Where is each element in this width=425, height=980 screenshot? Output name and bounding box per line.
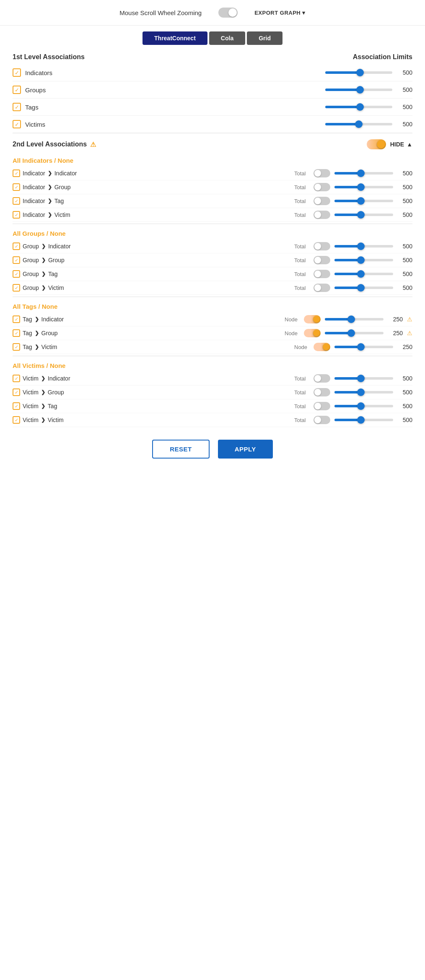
chevron-right-icon10: ❯ [35,330,39,336]
indicators-label: Indicators [25,69,52,76]
scroll-zoom-toggle[interactable] [218,8,238,18]
toggle-tag-group[interactable] [304,329,321,337]
first-level-item-indicators: ✓ Indicators 500 [13,64,412,81]
slider-victim-indicator[interactable] [334,377,393,380]
slider-group-victim[interactable] [334,287,393,289]
sub-group-groups-title[interactable]: All Groups / None [13,230,66,237]
checkbox-indicator-group[interactable]: ✓ [13,183,20,191]
reset-button[interactable]: RESET [152,440,210,459]
checkbox-indicator-victim[interactable]: ✓ [13,211,20,219]
victims-label: Victims [25,121,45,128]
toggle-victim-victim[interactable] [314,416,330,424]
second-level-toggle[interactable] [367,139,386,149]
first-level-header: 1st Level Associations Association Limit… [13,53,412,61]
toggle-victim-group[interactable] [314,388,330,396]
row-tag-victim: ✓ Tag ❯ Victim Node 250 [13,340,412,354]
row-group-victim: ✓ Group ❯ Victim Total 500 [13,281,412,295]
tab-cola[interactable]: Cola [209,31,245,45]
sub-group-groups: All Groups / None ✓ Group ❯ Indicator To… [13,226,412,295]
tab-grid[interactable]: Grid [247,31,282,45]
checkbox-indicator-tag[interactable]: ✓ [13,197,20,205]
hide-button[interactable]: HIDE ▲ [390,141,412,148]
checkbox-group-victim[interactable]: ✓ [13,284,20,292]
second-level-title: 2nd Level Associations [13,141,87,148]
sub-group-tags: All Tags / None ✓ Tag ❯ Indicator Node 2… [13,299,412,354]
slider-tag-group[interactable] [325,332,384,334]
checkbox-groups[interactable]: ✓ [13,86,21,94]
toggle-group-group[interactable] [314,256,330,264]
victims-slider[interactable] [325,123,392,125]
warning-tag-indicator: ⚠ [407,316,412,323]
slider-group-group[interactable] [334,259,393,261]
toggle-indicator-tag[interactable] [314,197,330,205]
scroll-zoom-label: Mouse Scroll Wheel Zooming [119,9,202,16]
chevron-right-icon15: ❯ [41,417,45,423]
slider-tag-indicator[interactable] [325,318,384,321]
slider-victim-group[interactable] [334,391,393,394]
association-limits-title: Association Limits [353,53,412,61]
checkbox-victim-indicator[interactable]: ✓ [13,375,20,382]
toggle-indicator-indicator[interactable] [314,169,330,177]
warning-icon: ⚠ [90,141,96,149]
chevron-right-icon7: ❯ [41,271,46,277]
tab-row: ThreatConnect Cola Grid [0,26,425,49]
checkbox-victim-victim[interactable]: ✓ [13,416,20,424]
toggle-indicator-group[interactable] [314,183,330,191]
chevron-right-icon9: ❯ [35,316,39,322]
checkbox-tags[interactable]: ✓ [13,103,21,111]
row-indicator-indicator: ✓ Indicator ❯ Indicator Total 500 [13,167,412,180]
checkbox-tag-victim[interactable]: ✓ [13,343,20,351]
slider-victim-tag[interactable] [334,405,393,407]
chevron-right-icon3: ❯ [48,198,52,204]
apply-button[interactable]: APPLY [218,440,273,459]
sub-group-victims-title[interactable]: All Victims / None [13,362,65,369]
toggle-group-victim[interactable] [314,284,330,292]
toggle-tag-indicator[interactable] [304,315,321,323]
checkbox-indicators[interactable]: ✓ [13,68,21,77]
row-victim-group: ✓ Victim ❯ Group Total 500 [13,386,412,399]
checkbox-group-indicator[interactable]: ✓ [13,242,20,250]
toggle-indicator-victim[interactable] [314,211,330,219]
toggle-group-indicator[interactable] [314,242,330,250]
indicators-slider[interactable] [325,71,392,74]
checkbox-victim-tag[interactable]: ✓ [13,402,20,410]
victims-value: 500 [397,121,412,128]
toggle-victim-indicator[interactable] [314,374,330,383]
slider-group-indicator[interactable] [334,245,393,248]
tags-slider[interactable] [325,106,392,108]
row-group-indicator: ✓ Group ❯ Indicator Total 500 [13,240,412,253]
sub-group-tags-title[interactable]: All Tags / None [13,303,57,310]
sub-group-indicators: All Indicators / None ✓ Indicator ❯ Indi… [13,153,412,222]
slider-tag-victim[interactable] [334,346,393,348]
chevron-right-icon14: ❯ [41,403,45,409]
checkbox-indicator-indicator[interactable]: ✓ [13,169,20,177]
slider-indicator-victim[interactable] [334,214,393,216]
slider-indicator-group[interactable] [334,186,393,188]
chevron-right-icon6: ❯ [41,257,46,263]
checkbox-victims[interactable]: ✓ [13,120,21,128]
row-victim-tag: ✓ Victim ❯ Tag Total 500 [13,399,412,413]
toggle-tag-victim[interactable] [314,343,330,351]
checkbox-group-tag[interactable]: ✓ [13,270,20,278]
row-victim-indicator: ✓ Victim ❯ Indicator Total 500 [13,372,412,386]
checkbox-tag-indicator[interactable]: ✓ [13,315,20,323]
slider-victim-victim[interactable] [334,419,393,421]
checkbox-tag-group[interactable]: ✓ [13,329,20,337]
export-graph-button[interactable]: EXPORT GRAPH ▾ [254,10,306,16]
chevron-up-icon: ▲ [407,141,412,148]
slider-indicator-tag[interactable] [334,200,393,202]
groups-slider[interactable] [325,89,392,91]
tags-label: Tags [25,104,39,111]
toggle-victim-tag[interactable] [314,402,330,410]
toggle-group-tag[interactable] [314,270,330,278]
checkbox-victim-group[interactable]: ✓ [13,388,20,396]
chevron-right-icon2: ❯ [48,184,52,190]
tab-threatconnect[interactable]: ThreatConnect [143,31,207,45]
checkbox-group-group[interactable]: ✓ [13,256,20,264]
slider-group-tag[interactable] [334,273,393,275]
row-tag-indicator: ✓ Tag ❯ Indicator Node 250 ⚠ [13,313,412,326]
sub-group-indicators-title[interactable]: All Indicators / None [13,157,73,164]
slider-indicator-indicator[interactable] [334,172,393,175]
chevron-right-icon12: ❯ [41,375,45,381]
warning-tag-group: ⚠ [407,330,412,336]
